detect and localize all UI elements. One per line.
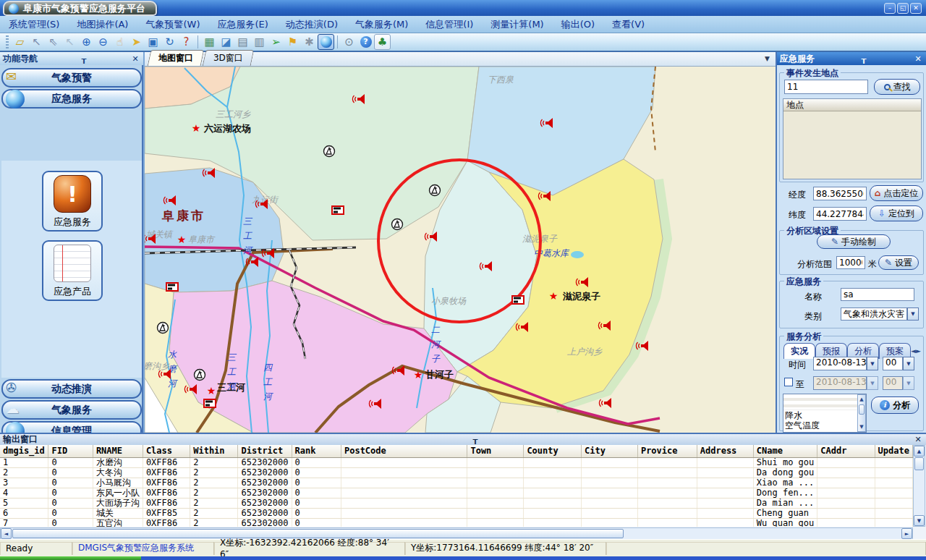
station-marker-icon[interactable] (158, 323, 169, 334)
column-header-Within[interactable]: Within (190, 445, 238, 457)
column-header-FID[interactable]: FID (48, 445, 93, 457)
element-listbox[interactable]: 降水空气温度 (783, 394, 867, 433)
star-marker-icon[interactable]: ★ (207, 385, 216, 396)
close-button[interactable]: ✕ (910, 3, 922, 14)
latitude-input[interactable] (813, 207, 867, 221)
column-header-CAddr[interactable]: CAddr (817, 445, 875, 457)
goto-location-button[interactable]: ⇩ 定位到 (870, 205, 923, 221)
minimize-button[interactable]: – (884, 3, 896, 14)
print-preview-button[interactable]: ▥ (251, 34, 268, 50)
service-type-dropdown-icon[interactable]: ▼ (907, 307, 919, 321)
column-header-PostCode[interactable]: PostCode (341, 445, 467, 457)
menu-item-7[interactable]: 测量计算(M) (482, 17, 552, 33)
output-pin-icon[interactable]: ┰ (470, 435, 480, 444)
shortcut-emergency-product[interactable]: 应急产品 (42, 240, 103, 301)
zoom-in-button[interactable]: ⊕ (78, 34, 95, 50)
menu-item-2[interactable]: 气象预警(W) (137, 17, 208, 33)
full-extent-button[interactable]: ▣ (145, 34, 161, 50)
table-row-5[interactable]: 60城关0XFF8526523020000Cheng guan (0, 508, 913, 518)
pan-button[interactable]: ☝ (111, 34, 128, 50)
star-marker-icon[interactable]: ★ (414, 369, 423, 381)
refresh-button[interactable]: ↻ (161, 34, 178, 50)
output-close-icon[interactable]: ✕ (913, 435, 923, 444)
left-panel-pin-icon[interactable]: ┰ (79, 54, 89, 64)
star-marker-icon[interactable]: ★ (192, 122, 201, 134)
to-checkbox[interactable] (784, 378, 793, 386)
station-marker-icon[interactable] (430, 185, 441, 196)
element-list-scrollbar[interactable]: ▲ ▼ (857, 394, 866, 432)
element-item-1[interactable]: 空气温度 (783, 420, 866, 430)
hour-select[interactable]: 00 ▼ (883, 357, 914, 370)
restore-button[interactable]: ◱ (897, 3, 909, 14)
menu-item-0[interactable]: 系统管理(S) (0, 17, 68, 33)
measure-button[interactable]: ▱ (12, 34, 28, 50)
help-button[interactable]: ? (357, 34, 374, 50)
scene-export-button[interactable]: ◪ (218, 34, 234, 50)
map-tab-0[interactable]: 地图窗口 (148, 50, 205, 66)
set-range-button[interactable]: ✎ 设置 (878, 255, 919, 270)
column-header-Update[interactable]: Update (875, 445, 912, 457)
column-header-dmgis_id[interactable]: dmgis_id (0, 445, 48, 457)
column-header-District[interactable]: District (238, 445, 292, 457)
element-item-0[interactable]: 降水 (783, 410, 866, 420)
column-header-Class[interactable]: Class (143, 445, 190, 457)
location-keyword-input[interactable] (784, 80, 868, 94)
map-image-button[interactable]: ▦ (201, 34, 218, 50)
zoom-out-button[interactable]: ⊖ (95, 34, 111, 50)
hour-dropdown-icon[interactable]: ▼ (903, 357, 914, 370)
globe-tool-button[interactable] (318, 34, 334, 50)
nav-group-bottom-1[interactable]: ☁气象服务 (1, 400, 142, 420)
print-button[interactable]: ▤ (234, 34, 251, 50)
service-type-select[interactable]: 气象和洪水灾害 ▼ (841, 307, 919, 321)
nav-group-bottom-0[interactable]: ✇动态推演 (1, 379, 142, 399)
tree-layer-button[interactable]: ♣ (374, 34, 391, 50)
menu-item-8[interactable]: 输出(O) (553, 17, 603, 33)
column-header-RNAME[interactable]: RNAME (93, 445, 143, 457)
pointer-button[interactable]: ➤ (128, 34, 145, 50)
star-marker-icon[interactable]: ★ (177, 234, 187, 245)
service-name-input[interactable] (841, 288, 914, 301)
column-header-Address[interactable]: Address (697, 445, 753, 457)
menu-item-9[interactable]: 查看(V) (603, 17, 653, 33)
table-row-4[interactable]: 50大面场子沟0XFF8626523020000Da mian ... (0, 498, 913, 508)
station-marker-icon[interactable] (392, 219, 403, 230)
shortcut-emergency-service[interactable]: !应急服务 (42, 171, 103, 232)
settings-gear-button[interactable]: ✱ (301, 34, 318, 50)
element-scroll-thumb[interactable] (859, 404, 865, 415)
menu-item-5[interactable]: 气象服务(M) (347, 17, 417, 33)
table-row-6[interactable]: 70五官沟0XFF8626523020000Wu guan gou (0, 518, 913, 527)
output-vertical-scrollbar[interactable]: ▲ ▼ (913, 445, 925, 527)
longitude-input[interactable] (813, 187, 867, 200)
click-locate-button[interactable]: ⌂ 点击定位 (870, 185, 923, 201)
table-row-1[interactable]: 20大冬沟0XFF8626523020000Da dong gou (0, 467, 913, 478)
tabs-scroll-icons[interactable]: ◄► (911, 347, 921, 355)
manual-draw-button[interactable]: ✎ 手动绘制 (817, 234, 891, 249)
right-panel-close-icon[interactable]: ✕ (913, 54, 923, 64)
menu-item-3[interactable]: 应急服务(E) (208, 17, 276, 33)
flag-marker-icon[interactable] (204, 399, 216, 407)
output-scroll-up-button[interactable]: ▲ (914, 446, 925, 457)
scroll-up-icon[interactable]: ▲ (858, 395, 865, 404)
location-list-header[interactable]: 地点 (783, 99, 921, 111)
analysis-tab-0[interactable]: 实况 (783, 343, 815, 359)
map-tab-1[interactable]: 3D窗口 (203, 50, 255, 66)
right-panel-pin-icon[interactable]: ┰ (859, 54, 869, 64)
location-list[interactable]: 地点 (783, 98, 922, 179)
column-header-City[interactable]: City (581, 445, 637, 457)
column-header-Rank[interactable]: Rank (292, 445, 341, 457)
nav-group-top-0[interactable]: ✉气象预警 (1, 68, 142, 88)
scroll-down-icon[interactable]: ▼ (858, 423, 865, 431)
table-row-2[interactable]: 30小马厩沟0XFF8626523020000Xiao ma ... (0, 478, 913, 488)
analyze-button[interactable]: i 分析 (871, 396, 919, 414)
pin-marker-button[interactable]: ⚑ (284, 34, 301, 50)
map-tab-dropdown-icon[interactable]: ▼ (765, 55, 770, 62)
eye-button[interactable]: ⊙ (341, 34, 357, 50)
select-rect-button[interactable]: ⇖ (45, 34, 61, 50)
output-table[interactable]: dmgis_idFIDRNAMEClassWithinDistrictRankP… (0, 445, 913, 527)
menu-item-6[interactable]: 信息管理(I) (417, 17, 482, 33)
search-button[interactable]: 查找 (874, 79, 920, 95)
menu-item-4[interactable]: 动态推演(D) (277, 17, 347, 33)
deselect-button[interactable]: ↖ (61, 34, 78, 50)
column-header-Town[interactable]: Town (467, 445, 524, 457)
column-header-County[interactable]: County (524, 445, 582, 457)
